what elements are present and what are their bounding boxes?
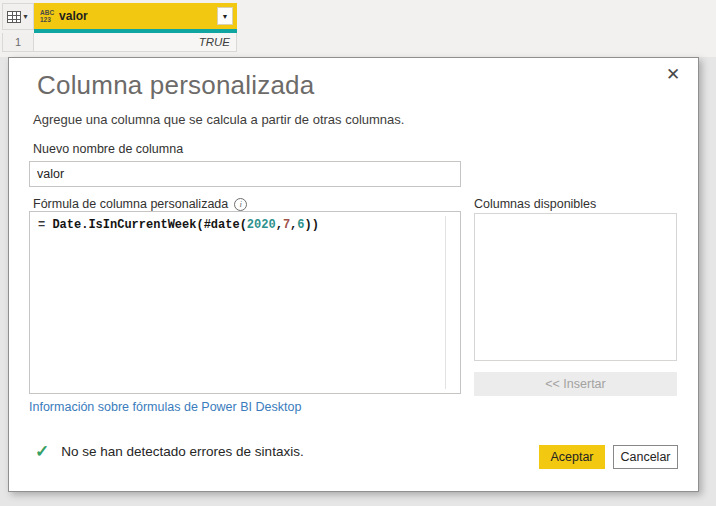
formula-editor[interactable]: = Date.IsInCurrentWeek(#date(2020,7,6)) — [29, 211, 461, 394]
available-columns-label: Columnas disponibles — [474, 197, 596, 211]
dialog-title: Columna personalizada — [37, 70, 314, 101]
formula-label-row: Fórmula de columna personalizada i — [33, 197, 247, 211]
formula-code[interactable]: = Date.IsInCurrentWeek(#date(2020,7,6)) — [30, 212, 445, 393]
formula-editor-scrollbar[interactable] — [445, 216, 460, 389]
power-bi-custom-column-screen: ▼ ABC 123 valor ▼ 1 TRUE ✕ Columna perso… — [0, 0, 716, 506]
table-menu-button[interactable]: ▼ — [2, 3, 34, 30]
type-icon-123: 123 — [40, 16, 54, 23]
checkmark-icon: ✓ — [35, 443, 49, 460]
new-column-name-label: Nuevo nombre de columna — [33, 142, 183, 156]
formula-help-link[interactable]: Información sobre fórmulas de Power BI D… — [29, 400, 301, 414]
new-column-name-input[interactable] — [29, 161, 461, 187]
row-number-cell[interactable]: 1 — [2, 33, 34, 52]
info-icon[interactable]: i — [234, 198, 247, 211]
table-icon — [7, 11, 21, 23]
syntax-status-text: No se han detectado errores de sintaxis. — [61, 444, 303, 459]
chevron-down-icon: ▼ — [222, 13, 229, 20]
column-name: valor — [59, 9, 217, 23]
insert-button[interactable]: << Insertar — [474, 372, 677, 396]
formula-label: Fórmula de columna personalizada — [33, 197, 228, 211]
table-menu-caret-icon: ▼ — [22, 13, 29, 20]
syntax-status: ✓ No se han detectado errores de sintaxi… — [35, 443, 304, 460]
table-cell-value[interactable]: TRUE — [34, 33, 237, 52]
query-preview-grid: ▼ ABC 123 valor ▼ 1 TRUE — [0, 0, 716, 57]
column-type-any-icon: ABC 123 — [40, 9, 54, 23]
column-filter-dropdown-button[interactable]: ▼ — [217, 7, 233, 25]
custom-column-dialog: ✕ Columna personalizada Agregue una colu… — [8, 57, 699, 492]
available-columns-listbox[interactable] — [474, 213, 677, 361]
close-icon[interactable]: ✕ — [662, 63, 684, 85]
accept-button[interactable]: Aceptar — [539, 445, 605, 469]
column-header-valor[interactable]: ABC 123 valor ▼ — [34, 3, 237, 29]
cancel-button[interactable]: Cancelar — [613, 445, 678, 469]
type-icon-abc: ABC — [40, 9, 54, 16]
dialog-subtitle: Agregue una columna que se calcula a par… — [33, 112, 404, 127]
